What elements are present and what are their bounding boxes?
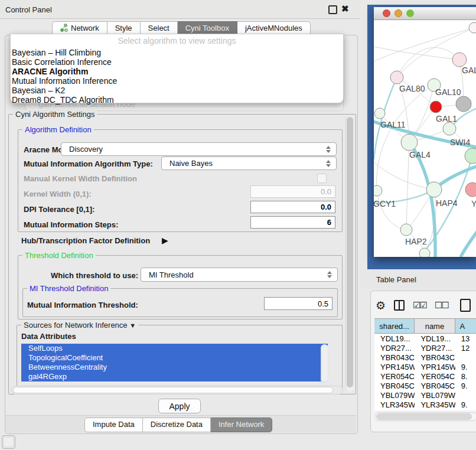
close-panel-icon[interactable]: ✖ (341, 4, 349, 14)
algorithm-option[interactable]: Mutual Information Inference (12, 76, 117, 86)
minimize-window-icon[interactable] (395, 9, 402, 17)
column-header-name[interactable]: name (415, 319, 455, 333)
cell-name: YIL052C (415, 410, 455, 411)
cell-shared: YDR27... (374, 344, 415, 353)
mi-threshold-field[interactable]: 0.5 (264, 297, 332, 310)
algorithm-option[interactable]: Bayesian – Hill Climbing (12, 48, 117, 57)
collapsed-panel-button[interactable] (2, 435, 15, 449)
zoom-window-icon[interactable] (406, 9, 414, 17)
cell-name: YBR043C (415, 353, 455, 362)
kernel-width-label: Kernel Width (0,1): (24, 190, 92, 198)
node (465, 182, 476, 197)
attribute-item[interactable]: SelfLoops (21, 344, 328, 353)
node (401, 134, 418, 151)
table-row[interactable]: YBR045C YBR045C 9. (374, 381, 476, 390)
node-table[interactable]: shared... name A YDL19... YDL19... 13 YD… (374, 318, 476, 410)
deselect-all-checkboxes-icon[interactable]: ☐☐ (435, 300, 448, 311)
column-browser-icon[interactable] (394, 300, 405, 311)
aracne-mode-value: Discovery (69, 145, 103, 154)
cell-shared: YPR145W (374, 363, 415, 371)
kernel-width-value: 0.0 (321, 187, 331, 196)
network-icon (60, 24, 68, 32)
gear-icon[interactable]: ⚙ (376, 300, 386, 311)
table-panel-body: ⚙ ☑☑ ☐☐ shared... name A YDL19... YDL19.… (370, 291, 476, 432)
table-row[interactable]: YDR27... YDR27... 12 (374, 343, 476, 353)
node-label: GAL (462, 66, 476, 75)
attribute-item[interactable]: gal4RGexp (21, 372, 328, 381)
settings-scrollbar[interactable] (345, 116, 354, 392)
attributes-scrollbar[interactable] (321, 344, 328, 383)
node-label: GAL80 (399, 84, 425, 93)
cell-shared: YDL19... (374, 334, 415, 343)
node-label: Y (471, 199, 476, 208)
settings-hscrollbar-thumb[interactable] (13, 387, 333, 393)
table-row[interactable]: YBR043C YBR043C (374, 353, 476, 362)
algorithm-option[interactable]: Basic Correlation Inference (12, 57, 117, 67)
node-label: HAP4 (436, 198, 458, 208)
apply-button[interactable]: Apply (158, 399, 201, 413)
stepper-arrows-icon (326, 160, 331, 167)
attribute-item[interactable]: TopologicalCoefficient (21, 353, 328, 363)
expand-arrow-icon[interactable]: ▶ (162, 236, 168, 245)
table-row[interactable]: YBL079W YBL079W (374, 390, 476, 400)
tab-infer-network[interactable]: Infer Network (211, 418, 272, 432)
new-table-icon[interactable] (460, 299, 471, 312)
column-header-partial[interactable]: A (455, 319, 476, 333)
manual-kernel-checkbox[interactable] (317, 174, 327, 183)
settings-scrollbar-thumb[interactable] (347, 117, 353, 387)
mi-threshold-value: 0.5 (318, 299, 328, 308)
tab-impute-data[interactable]: Impute Data (84, 418, 143, 432)
mi-steps-label: Mutual Information Steps: (24, 220, 118, 229)
mi-type-select[interactable]: Naive Bayes (161, 156, 337, 170)
table-toolbar: ⚙ ☑☑ ☐☐ (376, 296, 476, 315)
tab-style-label: Style (115, 24, 132, 32)
cell-name: YBR045C (415, 381, 455, 390)
kernel-width-field[interactable]: 0.0 (250, 185, 335, 198)
network-window[interactable]: GAL GAL80 GAL10 GAL1 GAL11 GAL4 SWI4 GCY… (374, 7, 476, 257)
table-hscrollbar-thumb[interactable] (376, 413, 472, 420)
table-row[interactable]: YLR345W YLR345W 9. (374, 400, 476, 409)
node-label: GAL4 (409, 150, 431, 159)
table-row[interactable]: YIL052C YIL052C 9. (374, 409, 476, 410)
algorithm-popup-prompt: Select algorithm to view settings (11, 36, 343, 45)
attributes-scrollbar-thumb[interactable] (322, 345, 328, 381)
table-hscrollbar[interactable] (374, 412, 476, 421)
cell-shared: YBL079W (374, 391, 415, 400)
node (430, 101, 442, 113)
table-row[interactable]: YER054C YER054C 8. (374, 371, 476, 381)
node (374, 108, 385, 119)
float-panel-icon[interactable] (328, 5, 337, 14)
settings-hscrollbar[interactable] (11, 386, 343, 394)
cell-value: 12 (455, 344, 476, 353)
tab-discretize-data[interactable]: Discretize Data (143, 418, 211, 432)
node (456, 96, 471, 112)
node (452, 53, 467, 67)
cell-value: 9. (455, 381, 476, 390)
dpi-tolerance-field[interactable]: 0.0 (250, 201, 335, 213)
close-window-icon[interactable] (383, 9, 390, 17)
node (469, 22, 476, 33)
aracne-mode-select[interactable]: Discovery (61, 142, 337, 156)
cell-name: YDL19... (415, 334, 455, 343)
mi-steps-field[interactable]: 6 (250, 216, 335, 229)
which-threshold-select[interactable]: MI Threshold (141, 268, 338, 282)
select-all-checkboxes-icon[interactable]: ☑☑ (413, 300, 426, 311)
node (465, 148, 476, 164)
table-row[interactable]: YPR145W YPR145W 9. (374, 362, 476, 371)
mi-type-label: Mutual Information Algorithm Type: (24, 159, 153, 168)
column-header-shared[interactable]: shared... (374, 319, 415, 333)
apply-button-label: Apply (169, 402, 190, 411)
collapse-arrow-icon[interactable]: ▼ (129, 322, 136, 329)
hub-definition-label: Hub/Transcription Factor Definition (21, 236, 150, 245)
table-row[interactable]: YDL19... YDL19... 13 (374, 334, 476, 343)
algorithm-option[interactable]: ARACNE Algorithm (12, 67, 117, 76)
cell-value: 9. (455, 363, 476, 371)
cell-value: 13 (455, 334, 476, 343)
node (390, 71, 403, 84)
algorithm-option[interactable]: Dream8 DC_TDC Algorithm (12, 95, 117, 105)
attribute-item[interactable]: BetweennessCentrality (21, 363, 328, 372)
network-window-titlebar[interactable] (374, 7, 476, 20)
node-label: HAP2 (405, 237, 427, 246)
network-canvas[interactable]: GAL GAL80 GAL10 GAL1 GAL11 GAL4 SWI4 GCY… (374, 20, 476, 257)
algorithm-option[interactable]: Bayesian – K2 (12, 86, 117, 95)
